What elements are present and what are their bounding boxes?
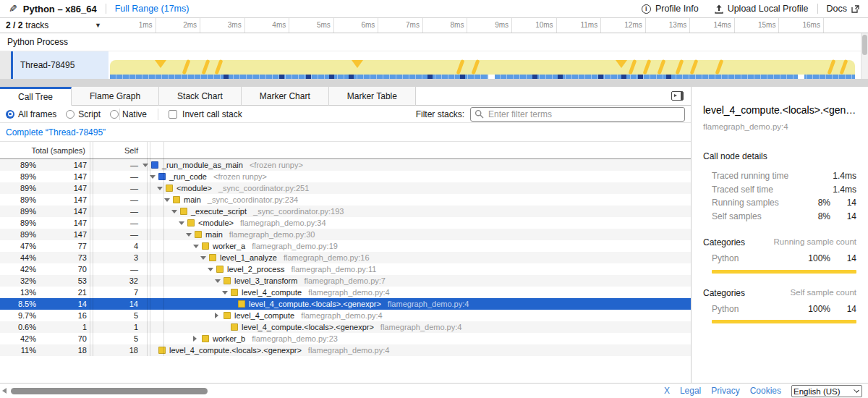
filter-stacks-input[interactable] (470, 107, 685, 122)
profile-title[interactable]: Python – x86_64 (23, 4, 97, 14)
tab-marker-chart[interactable]: Marker Chart (242, 87, 329, 106)
expander-icon[interactable] (150, 175, 158, 179)
expander-icon[interactable] (164, 198, 173, 202)
self-samples-cell: — (87, 195, 138, 204)
language-select[interactable]: English (US) (791, 385, 862, 397)
expander-icon[interactable] (193, 336, 202, 342)
thread-activity-canvas[interactable] (109, 51, 868, 79)
expander-icon[interactable] (222, 291, 231, 295)
expander-icon[interactable] (200, 256, 209, 260)
self-samples-cell: — (87, 161, 138, 169)
tree-row[interactable]: 9.7%165level_4_computeflamegraph_demo.py… (0, 310, 691, 321)
total-samples-cell: 147 (36, 195, 87, 204)
total-samples-cell: 147 (36, 172, 87, 181)
tree-row[interactable]: 42%705worker_bflamegraph_demo.py:23 (0, 333, 691, 344)
docs-link[interactable]: Docs (827, 4, 859, 14)
filter-stacks-label: Filter stacks: (416, 109, 464, 119)
expander-icon[interactable] (215, 313, 224, 318)
tree-cell: mainflamegraph_demo.py:30 (138, 229, 691, 240)
file-location: flamegraph_demo.py:4 (388, 300, 469, 308)
expander-icon[interactable] (193, 245, 202, 248)
cookies-link[interactable]: Cookies (750, 386, 781, 396)
activity-dip-triangle (155, 60, 166, 68)
profile-info-button[interactable]: i Profile Info (642, 4, 699, 14)
invert-call-stack-checkbox[interactable] (169, 110, 177, 119)
language-select-wrap: English (US) (791, 384, 862, 398)
tree-row[interactable]: 89%147—main_sync_coordinator.py:234 (0, 194, 691, 206)
function-name: level_1_analyze (220, 253, 277, 262)
tree-row[interactable]: 89%147—mainflamegraph_demo.py:30 (0, 229, 691, 240)
radio-all-frames[interactable]: All frames (6, 109, 56, 119)
total-samples-cell: 53 (36, 276, 87, 285)
call-tree-table-header: Total (samples) Self (0, 142, 691, 159)
sidebar-toggle-icon[interactable] (671, 91, 684, 101)
vertical-scrollbar[interactable] (861, 33, 868, 79)
scroll-left-arrow-icon[interactable] (2, 388, 7, 394)
horizontal-scrollbar-thumb[interactable] (11, 388, 208, 394)
tab-flame-graph[interactable]: Flame Graph (72, 87, 159, 106)
tab-call-tree[interactable]: Call Tree (0, 87, 72, 106)
upload-local-profile-button[interactable]: Upload Local Profile (715, 4, 809, 14)
detail-percent: 8% (800, 211, 830, 221)
breadcrumb-complete-thread[interactable]: Complete “Thread-78495” (6, 127, 106, 137)
tree-row[interactable]: 13%217level_4_computeflamegraph_demo.py:… (0, 287, 691, 298)
thread-track-header[interactable]: Thread-78495 (13, 51, 109, 79)
total-samples-cell: 147 (36, 161, 87, 169)
column-header-total[interactable]: Total (samples) (0, 146, 87, 155)
column-header-self[interactable]: Self (87, 146, 138, 155)
total-percent-cell: 89% (0, 207, 36, 216)
expander-icon[interactable] (142, 164, 151, 167)
total-percent-cell: 32% (0, 276, 36, 285)
scrollbar-thumb[interactable] (862, 35, 867, 55)
tree-row[interactable]: 89%147—<module>flamegraph_demo.py:34 (0, 217, 691, 229)
detail-row: Self samples8%14 (703, 210, 856, 224)
self-samples-cell: — (87, 219, 138, 227)
tab-stack-chart[interactable]: Stack Chart (159, 87, 242, 106)
expander-icon[interactable] (208, 268, 216, 271)
expander-icon[interactable] (157, 187, 166, 190)
privacy-link[interactable]: Privacy (711, 386, 739, 396)
tree-row[interactable]: 89%147—_execute_script_sync_coordinator.… (0, 206, 691, 217)
detail-value: 14 (830, 211, 856, 221)
thread-track[interactable]: Thread-78495 (0, 51, 868, 79)
radio-native[interactable]: Native (110, 109, 147, 119)
info-icon: i (642, 4, 651, 14)
x-link[interactable]: X (664, 386, 670, 396)
expander-icon[interactable] (186, 233, 195, 237)
total-percent-cell: 89% (0, 172, 36, 181)
expander-icon[interactable] (179, 221, 187, 225)
tree-row[interactable]: 32%5332level_3_transformflamegraph_demo.… (0, 275, 691, 287)
tracks-dropdown[interactable]: 2 / 2tracks ▼ (6, 18, 109, 33)
tree-row[interactable]: 8.5%1414level_4_compute.<locals>.<genexp… (0, 298, 691, 310)
tree-row[interactable]: 89%147—_run_module_as_main<frozen runpy> (0, 159, 691, 171)
full-range-link[interactable]: Full Range (17ms) (115, 4, 190, 14)
tree-row[interactable]: 42%70—level_2_processflamegraph_demo.py:… (0, 263, 691, 275)
expander-icon[interactable] (215, 279, 224, 283)
tree-row[interactable]: 11%1818level_4_compute.<locals>.<genexpr… (0, 344, 691, 356)
function-name: <module> (198, 219, 234, 227)
process-track[interactable]: Python Process (0, 33, 868, 51)
tree-row[interactable]: 0.6%11level_4_compute.<locals>.<genexpr>… (0, 321, 691, 333)
total-samples-cell: 147 (36, 219, 87, 227)
tree-cell: <module>flamegraph_demo.py:34 (138, 217, 691, 229)
detail-value: 1.4ms (830, 171, 856, 181)
category-percent: 100% (800, 304, 830, 314)
category-square-icon (231, 289, 238, 296)
radio-script[interactable]: Script (66, 109, 101, 119)
indent-spacer (142, 350, 150, 351)
tree-row[interactable]: 47%774worker_aflamegraph_demo.py:19 (0, 240, 691, 252)
expander-icon[interactable] (171, 210, 180, 213)
tree-row[interactable]: 89%147—<module>_sync_coordinator.py:251 (0, 182, 691, 194)
categories-label: Categories (703, 237, 745, 247)
edit-profile-name-icon[interactable]: ✎ (9, 3, 17, 14)
self-samples-cell: — (87, 172, 138, 181)
tree-row[interactable]: 44%733level_1_analyzeflamegraph_demo.py:… (0, 252, 691, 263)
categories-header-row: CategoriesSelf sample count (703, 288, 856, 298)
self-samples-cell: — (87, 184, 138, 192)
app-header: ✎ Python – x86_64 Full Range (17ms) i Pr… (0, 0, 868, 18)
external-link-icon (851, 5, 859, 13)
function-name: _execute_script (191, 207, 247, 216)
tree-row[interactable]: 89%147—_run_code<frozen runpy> (0, 171, 691, 182)
tab-marker-table[interactable]: Marker Table (329, 87, 416, 106)
legal-link[interactable]: Legal (680, 386, 701, 396)
